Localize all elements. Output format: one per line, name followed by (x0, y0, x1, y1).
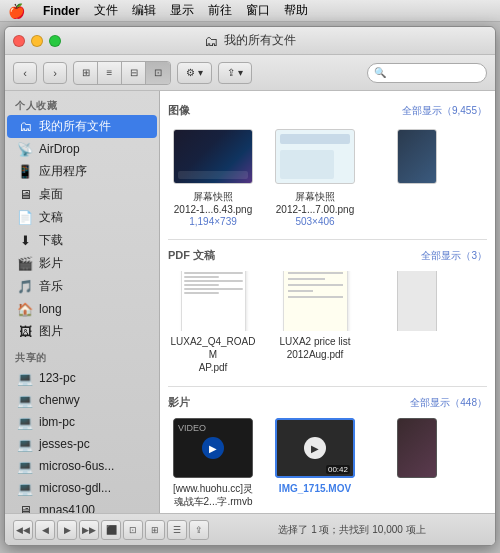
sidebar-item-movies[interactable]: 🎬 影片 (7, 252, 157, 275)
status-view1[interactable]: ⬛ (101, 520, 121, 540)
sidebar-item-all-files[interactable]: 🗂 我的所有文件 (7, 115, 157, 138)
sidebar-item-label-123pc: 123-pc (39, 371, 76, 385)
images-file-grid: 屏幕快照 2012-1...6.43.png 1,194×739 屏幕快照 20… (168, 126, 487, 227)
list-item[interactable]: ▶ [www.huohu.cc]灵 魂战车2...字.rmvb (168, 418, 258, 508)
list-item[interactable]: 屏幕快照 2012-1...6.43.png 1,194×739 (168, 126, 258, 227)
sidebar-item-chenwy[interactable]: 💻 chenwy (7, 389, 157, 411)
pdf3-thumb (377, 271, 457, 331)
sidebar-item-label-jessespc: jesses-pc (39, 437, 90, 451)
movies-icon: 🎬 (17, 256, 33, 272)
pdf1-line4 (184, 284, 219, 286)
minimize-button[interactable] (31, 35, 43, 47)
menu-file[interactable]: 文件 (94, 2, 118, 19)
menu-edit[interactable]: 编辑 (132, 2, 156, 19)
screenshot2-meta: 503×406 (295, 216, 334, 227)
sidebar-item-downloads[interactable]: ⬇ 下载 (7, 229, 157, 252)
sidebar-item-label-airdrop: AirDrop (39, 142, 80, 156)
list-item[interactable] (372, 418, 462, 508)
sidebar-item-label-ibmpc: ibm-pc (39, 415, 75, 429)
status-nav-last[interactable]: ▶▶ (79, 520, 99, 540)
sidebar-item-label-mnas4100: mnas4100 (39, 503, 95, 513)
list-item[interactable]: LUXA2 price list 2012Aug.pdf (270, 271, 360, 374)
sidebar-item-label-applications: 应用程序 (39, 163, 87, 180)
pdf1-subname: AP.pdf (199, 361, 228, 374)
list-item[interactable]: ▶ 00:42 IMG_1715.MOV (270, 418, 360, 508)
view-coverflow-button[interactable]: ⊡ (146, 62, 170, 84)
close-button[interactable] (13, 35, 25, 47)
screenshot1-subname: 2012-1...6.43.png (174, 203, 252, 216)
pdf-show-all[interactable]: 全部显示（3） (421, 249, 487, 263)
video1-thumb: ▶ (173, 418, 253, 478)
status-nav-next[interactable]: ▶ (57, 520, 77, 540)
status-view4[interactable]: ☰ (167, 520, 187, 540)
nav-forward-button[interactable]: › (43, 62, 67, 84)
sidebar-item-mnas4100[interactable]: 🖥 mnas4100 (7, 499, 157, 513)
sidebar-item-ibmpc[interactable]: 💻 ibm-pc (7, 411, 157, 433)
list-item[interactable] (372, 271, 462, 374)
pdf1-line5 (184, 288, 243, 290)
apple-menu[interactable]: 🍎 (8, 3, 25, 19)
menu-view[interactable]: 显示 (170, 2, 194, 19)
sidebar-item-microso6us[interactable]: 💻 microso-6us... (7, 455, 157, 477)
images-pdf-divider (168, 239, 487, 240)
all-files-icon: 🗂 (17, 119, 33, 135)
view-column-button[interactable]: ⊟ (122, 62, 146, 84)
view-icon-button[interactable]: ⊞ (74, 62, 98, 84)
video3-preview (397, 418, 437, 478)
sidebar-item-123pc[interactable]: 💻 123-pc (7, 367, 157, 389)
sidebar-item-label-music: 音乐 (39, 278, 63, 295)
sidebar-item-music[interactable]: 🎵 音乐 (7, 275, 157, 298)
sidebar-item-pictures[interactable]: 🖼 图片 (7, 320, 157, 343)
network-mnas-icon: 🖥 (17, 502, 33, 513)
pdf2-name: LUXA2 price list (279, 335, 350, 348)
list-item[interactable]: LUXA2_Q4_ROADM AP.pdf (168, 271, 258, 374)
search-box[interactable]: 🔍 (367, 63, 487, 83)
sidebar-item-documents[interactable]: 📄 文稿 (7, 206, 157, 229)
pdf-section-title: PDF 文稿 (168, 248, 215, 263)
video3-thumb (377, 418, 457, 478)
status-view2[interactable]: ⊡ (123, 520, 143, 540)
status-nav-prev[interactable]: ◀ (35, 520, 55, 540)
sidebar-item-label-pictures: 图片 (39, 323, 63, 340)
applications-icon: 📱 (17, 164, 33, 180)
screenshot1-name: 屏幕快照 (193, 190, 233, 203)
images-show-all[interactable]: 全部显示（9,455） (402, 104, 487, 118)
view-list-button[interactable]: ≡ (98, 62, 122, 84)
main-area: 个人收藏 🗂 我的所有文件 📡 AirDrop 📱 应用程序 🖥 桌面 (5, 91, 495, 513)
pdf1-line6 (184, 292, 219, 294)
pdf1-preview (181, 271, 246, 331)
nav-back-button[interactable]: ‹ (13, 62, 37, 84)
screenshot1-preview (173, 129, 253, 184)
video-show-all[interactable]: 全部显示（448） (410, 396, 487, 410)
share-button[interactable]: ⇪ ▾ (218, 62, 252, 84)
video-section-title: 影片 (168, 395, 190, 410)
status-nav-first[interactable]: ◀◀ (13, 520, 33, 540)
sidebar-item-microsogdl[interactable]: 💻 microso-gdl... (7, 477, 157, 499)
sidebar-item-long[interactable]: 🏠 long (7, 298, 157, 320)
menu-finder[interactable]: Finder (43, 4, 80, 18)
list-item[interactable] (372, 126, 462, 227)
pdf2-subname: 2012Aug.pdf (287, 348, 344, 361)
sidebar-item-label-documents: 文稿 (39, 209, 63, 226)
share-icon: ⇪ (227, 67, 235, 78)
sidebar: 个人收藏 🗂 我的所有文件 📡 AirDrop 📱 应用程序 🖥 桌面 (5, 91, 160, 513)
sidebar-item-label-desktop: 桌面 (39, 186, 63, 203)
pictures-icon: 🖼 (17, 324, 33, 340)
menu-window[interactable]: 窗口 (246, 2, 270, 19)
action-button[interactable]: ⚙ ▾ (177, 62, 212, 84)
menu-help[interactable]: 帮助 (284, 2, 308, 19)
status-view3[interactable]: ⊞ (145, 520, 165, 540)
menu-go[interactable]: 前往 (208, 2, 232, 19)
list-item[interactable]: 屏幕快照 2012-1...7.00.png 503×406 (270, 126, 360, 227)
sidebar-item-applications[interactable]: 📱 应用程序 (7, 160, 157, 183)
sidebar-item-label-all-files: 我的所有文件 (39, 118, 111, 135)
screenshot2-preview (275, 129, 355, 184)
sidebar-item-jessespc[interactable]: 💻 jesses-pc (7, 433, 157, 455)
maximize-button[interactable] (49, 35, 61, 47)
content-area: 图像 全部显示（9,455） 屏幕快照 2012-1...6.43.png 1,… (160, 91, 495, 513)
personal-favorites-section: 个人收藏 🗂 我的所有文件 📡 AirDrop 📱 应用程序 🖥 桌面 (5, 97, 159, 343)
sidebar-item-airdrop[interactable]: 📡 AirDrop (7, 138, 157, 160)
sidebar-item-desktop[interactable]: 🖥 桌面 (7, 183, 157, 206)
screenshot1-meta: 1,194×739 (189, 216, 237, 227)
status-share[interactable]: ⇪ (189, 520, 209, 540)
